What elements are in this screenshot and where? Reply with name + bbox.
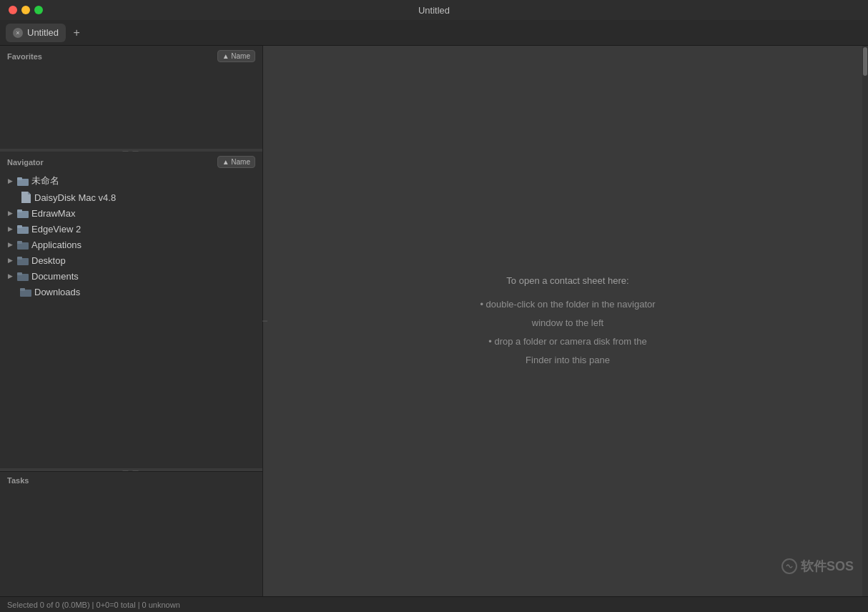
nav-item-label: Applications: [31, 240, 82, 250]
expand-icon: ▶: [6, 209, 14, 217]
nav-item-label: EdgeView 2: [31, 224, 81, 235]
add-tab-button[interactable]: +: [69, 25, 84, 41]
navigator-sort-button[interactable]: ▲ Name: [217, 156, 255, 168]
maximize-button[interactable]: [34, 6, 43, 14]
svg-rect-13: [20, 288, 25, 291]
nav-item-label: Documents: [31, 271, 79, 282]
content-scrollbar[interactable]: [862, 46, 868, 596]
nav-item-label: 未命名: [31, 174, 59, 187]
status-text: Selected 0 of 0 (0.0MB) | 0+0=0 total | …: [7, 601, 180, 609]
nav-item-label: EdrawMax: [31, 208, 75, 219]
favorites-sort-button[interactable]: ▲ Name: [217, 50, 255, 62]
favorites-header: Favorites ▲ Name: [0, 46, 262, 66]
nav-item-edgeview[interactable]: ▶ EdgeView 2: [0, 221, 262, 237]
empty-state-detail: • double-click on the folder in the navi…: [480, 295, 655, 370]
folder-icon: [17, 223, 29, 235]
empty-state: To open a contact sheet here: • double-c…: [267, 46, 868, 596]
sidebar: Favorites ▲ Name — — Navigator ▲ Name ▶: [0, 46, 263, 596]
nav-item-applications[interactable]: ▶ Applications: [0, 237, 262, 252]
svg-rect-7: [17, 241, 22, 244]
tasks-section: Tasks: [0, 471, 262, 596]
expand-icon: ▶: [6, 272, 14, 280]
active-tab[interactable]: × Untitled: [6, 24, 66, 42]
nav-item-downloads[interactable]: Downloads: [0, 284, 262, 300]
navigator-label: Navigator: [7, 158, 44, 167]
folder-icon: [17, 255, 29, 266]
nav-item-daisydisk[interactable]: DaisyDisk Mac v4.8: [0, 189, 262, 205]
title-bar: Untitled: [0, 0, 868, 20]
nav-item-edrawmax[interactable]: ▶ EdrawMax: [0, 205, 262, 221]
empty-detail-line1: • double-click on the folder in the navi…: [480, 299, 655, 310]
nav-item-label: Desktop: [31, 255, 66, 266]
doc-icon: [20, 192, 31, 203]
nav-item-desktop[interactable]: ▶ Desktop: [0, 252, 262, 268]
folder-icon: [17, 270, 29, 282]
expand-icon: ▶: [6, 240, 14, 249]
status-bar: Selected 0 of 0 (0.0MB) | 0+0=0 total | …: [0, 596, 868, 612]
empty-detail-line3: • drop a folder or camera disk from the: [488, 336, 646, 347]
favorites-section: Favorites ▲ Name: [0, 46, 262, 149]
empty-detail-line2: window to the left: [532, 317, 603, 328]
navigator-section: Navigator ▲ Name ▶ 未命名: [0, 152, 262, 468]
svg-rect-11: [17, 272, 22, 275]
svg-rect-5: [17, 225, 22, 228]
folder-icon: [17, 175, 29, 187]
nav-item-label: DaisyDisk Mac v4.8: [34, 192, 116, 203]
svg-rect-3: [17, 209, 22, 212]
tasks-header: Tasks: [0, 472, 262, 489]
expand-icon: ▶: [6, 224, 14, 233]
empty-state-instruction: To open a contact sheet here:: [506, 272, 628, 289]
svg-rect-9: [17, 257, 22, 260]
expand-icon: ▶: [6, 177, 14, 185]
nav-item-label: Downloads: [34, 287, 80, 297]
favorites-label: Favorites: [7, 52, 42, 61]
expand-icon: ▶: [6, 256, 14, 265]
svg-rect-1: [17, 177, 22, 180]
favorites-area: [0, 66, 262, 149]
tab-close-icon[interactable]: ×: [13, 28, 23, 38]
nav-item-documents[interactable]: ▶ Documents: [0, 268, 262, 284]
main-area: Favorites ▲ Name — — Navigator ▲ Name ▶: [0, 46, 868, 596]
navigator-header: Navigator ▲ Name: [0, 152, 262, 172]
scrollbar-thumb[interactable]: [863, 47, 867, 76]
tab-label: Untitled: [27, 27, 59, 38]
minimize-button[interactable]: [21, 6, 30, 14]
empty-detail-line4: Finder into this pane: [526, 355, 610, 365]
folder-icon: [20, 286, 31, 297]
folder-icon: [17, 239, 29, 250]
tab-bar: × Untitled +: [0, 20, 868, 46]
folder-icon: [17, 207, 29, 219]
window-title: Untitled: [418, 5, 450, 16]
traffic-lights: [9, 6, 43, 14]
content-pane: To open a contact sheet here: • double-c…: [267, 46, 868, 596]
nav-item-unnamed[interactable]: ▶ 未命名: [0, 172, 262, 189]
tasks-label: Tasks: [7, 476, 29, 485]
close-button[interactable]: [9, 6, 17, 14]
